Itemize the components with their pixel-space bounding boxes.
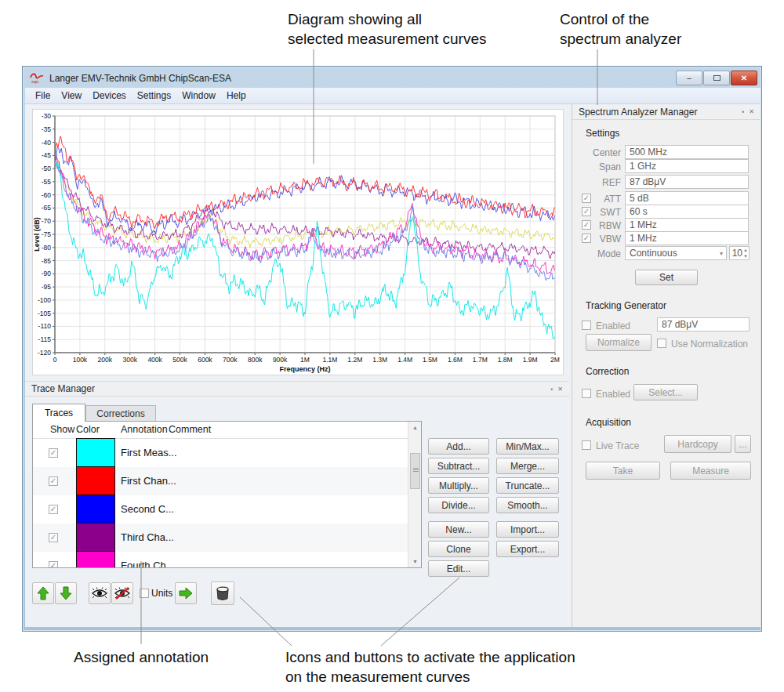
minimize-button[interactable]: – (676, 71, 702, 85)
take-button[interactable]: Take (586, 462, 660, 480)
menu-devices[interactable]: Devices (87, 89, 132, 103)
hide-traces-button[interactable] (111, 582, 133, 604)
export-button[interactable]: Export... (496, 541, 559, 557)
multiply-button[interactable]: Multiply... (428, 477, 489, 494)
title-bar[interactable]: xqc Langer EMV-Technik GmbH ChipScan-ESA… (25, 68, 759, 88)
new-button[interactable]: New... (428, 521, 489, 538)
att-field[interactable]: 5 dB (625, 191, 749, 205)
column-color[interactable]: Color (76, 424, 100, 435)
menu-help[interactable]: Help (221, 89, 252, 103)
scroll-down-icon[interactable]: ▼ (409, 556, 421, 567)
show-checkbox[interactable]: ✓ (49, 505, 58, 514)
ref-field[interactable]: 87 dBμV (625, 175, 749, 189)
tab-traces[interactable]: Traces (32, 404, 85, 422)
svg-text:1.1M: 1.1M (322, 356, 337, 364)
maximize-button[interactable] (703, 71, 730, 85)
svg-text:-55: -55 (42, 178, 52, 186)
trace-annotation: Third Cha... (121, 531, 174, 543)
mode-dropdown[interactable]: Continuous ▾ (625, 246, 727, 260)
tracking-enabled-checkbox[interactable] (582, 321, 591, 330)
show-checkbox[interactable]: ✓ (49, 533, 58, 542)
panel-close-icon[interactable]: ✕ (557, 386, 563, 393)
tab-corrections[interactable]: Corrections (85, 405, 156, 422)
spectrum-panel-header[interactable]: Spectrum Analyzer Manager ▪ ✕ (572, 104, 760, 120)
color-swatch[interactable] (76, 438, 115, 467)
normalize-button[interactable]: Normalize (586, 334, 652, 351)
scroll-up-icon[interactable]: ▲ (409, 422, 421, 433)
trace-row[interactable]: ✓ First Chan... (33, 467, 408, 495)
mode-count-value: 10 (732, 248, 742, 259)
svg-text:500k: 500k (172, 356, 187, 364)
clone-button[interactable]: Clone (428, 541, 489, 557)
svg-text:600k: 600k (198, 356, 212, 364)
svg-text:1M: 1M (300, 356, 310, 364)
minmax-button[interactable]: Min/Max... (496, 438, 559, 455)
color-swatch[interactable] (76, 495, 115, 524)
svg-text:-100: -100 (38, 296, 51, 304)
import-button[interactable]: Import... (496, 521, 559, 538)
show-checkbox[interactable]: ✓ (49, 561, 58, 567)
scrollbar-thumb[interactable] (410, 453, 420, 489)
menu-settings[interactable]: Settings (132, 89, 176, 103)
tracking-level-field[interactable]: 87 dBμV (657, 317, 750, 332)
pin-icon[interactable]: ▪ (550, 386, 553, 393)
show-checkbox[interactable]: ✓ (49, 448, 58, 458)
rbw-field[interactable]: 1 MHz (625, 218, 749, 232)
rbw-label: RBW (580, 220, 621, 231)
correction-enabled-checkbox[interactable] (582, 389, 591, 398)
mode-value: Continuous (630, 248, 677, 259)
divide-button[interactable]: Divide... (428, 497, 489, 513)
set-button[interactable]: Set (635, 270, 698, 285)
menu-view[interactable]: View (56, 89, 87, 103)
trace-row[interactable]: ✓ Third Cha... (33, 524, 408, 552)
move-down-button[interactable] (55, 582, 77, 604)
center-field[interactable]: 500 MHz (625, 145, 749, 159)
correction-select-button[interactable]: Select... (633, 384, 698, 400)
subtract-button[interactable]: Subtract... (428, 458, 489, 474)
menu-file[interactable]: File (30, 89, 56, 103)
live-trace-checkbox[interactable] (582, 440, 591, 450)
column-show[interactable]: Show (50, 424, 74, 435)
column-comment[interactable]: Comment (169, 424, 211, 435)
panel-close-icon[interactable]: ✕ (749, 108, 754, 115)
merge-button[interactable]: Merge... (496, 458, 559, 474)
delete-trace-button[interactable] (211, 581, 234, 605)
trace-row[interactable]: ✓ First Meas... (33, 439, 408, 467)
move-up-button[interactable] (32, 582, 54, 604)
units-checkbox[interactable] (140, 589, 149, 598)
apply-button[interactable] (175, 582, 197, 604)
acquisition-section-label: Acquisition (586, 417, 631, 428)
measure-button[interactable]: Measure (670, 462, 751, 480)
svg-text:-45: -45 (42, 151, 52, 159)
client-area: 0100k200k300k400k500k600k700k800k900k1M1… (25, 104, 760, 627)
svg-text:-95: -95 (42, 283, 52, 291)
close-button[interactable]: ✕ (731, 71, 757, 85)
use-normalization-checkbox[interactable] (657, 339, 666, 348)
trace-row[interactable]: ✓ Fourth Ch... (33, 552, 408, 567)
mode-count-spinner[interactable]: 10 ▲▼ (729, 246, 750, 260)
svg-text:-70: -70 (42, 217, 52, 225)
pin-icon[interactable]: ▪ (742, 108, 744, 115)
mode-label: Mode (580, 248, 621, 259)
truncate-button[interactable]: Truncate... (496, 477, 559, 494)
trace-row[interactable]: ✓ Second C... (33, 495, 408, 524)
trace-manager-header[interactable]: Trace Manager ▪ ✕ (25, 381, 569, 397)
menu-window[interactable]: Window (176, 89, 221, 103)
measurement-chart[interactable]: 0100k200k300k400k500k600k700k800k900k1M1… (32, 109, 564, 375)
vbw-field[interactable]: 1 MHz (625, 231, 749, 245)
span-field[interactable]: 1 GHz (625, 159, 749, 173)
hardcopy-more-button[interactable]: ... (735, 435, 751, 453)
swt-field[interactable]: 60 s (625, 205, 749, 219)
vertical-scrollbar[interactable]: ▲ ▼ (408, 422, 421, 567)
add-button[interactable]: Add... (428, 438, 489, 455)
smooth-button[interactable]: Smooth... (496, 497, 559, 513)
column-annotation[interactable]: Annotation (121, 424, 168, 435)
svg-text:1.2M: 1.2M (347, 356, 362, 364)
color-swatch[interactable] (76, 552, 115, 567)
show-checkbox[interactable]: ✓ (49, 476, 58, 486)
color-swatch[interactable] (76, 466, 115, 495)
color-swatch[interactable] (76, 523, 115, 552)
edit-button[interactable]: Edit... (428, 560, 489, 577)
hardcopy-button[interactable]: Hardcopy (664, 435, 731, 453)
show-traces-button[interactable] (89, 582, 111, 604)
